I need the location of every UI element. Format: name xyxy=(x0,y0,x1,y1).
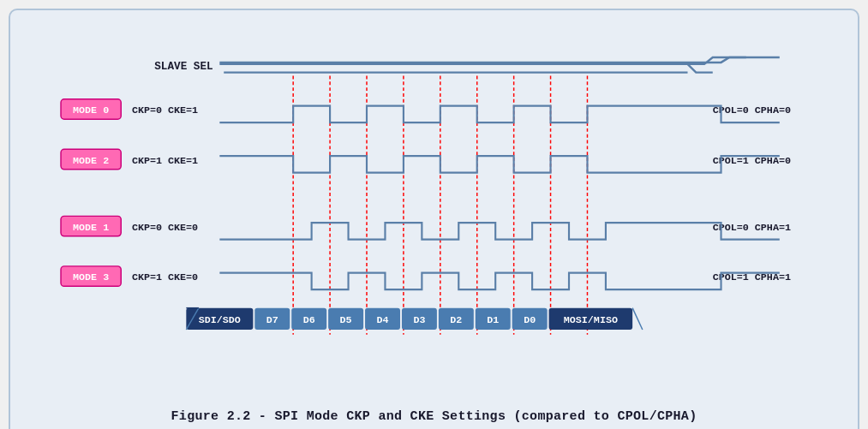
d7-label: D7 xyxy=(266,314,278,326)
mode2-params: CKP=1 CKE=1 xyxy=(132,155,198,167)
d6-label: D6 xyxy=(303,314,315,326)
mode3-badge: MODE 3 xyxy=(73,271,109,283)
mode0-badge: MODE 0 xyxy=(73,104,109,116)
main-container: SLAVE SEL xyxy=(9,9,859,429)
sdi-sdo-label: SDI/SDO xyxy=(199,314,241,326)
diagram-area: SLAVE SEL xyxy=(27,26,841,401)
d1-label: D1 xyxy=(487,314,499,326)
mode2-badge: MODE 2 xyxy=(73,155,109,167)
mode0-right: CPOL=0 CPHA=0 xyxy=(713,104,791,116)
d0-label: D0 xyxy=(524,314,536,326)
mode0-params: CKP=0 CKE=1 xyxy=(132,104,198,116)
mode3-params: CKP=1 CKE=0 xyxy=(132,271,198,283)
d5-label: D5 xyxy=(340,314,352,326)
d2-label: D2 xyxy=(450,314,462,326)
d3-label: D3 xyxy=(413,314,425,326)
figure-caption: Figure 2.2 - SPI Mode CKP and CKE Settin… xyxy=(27,409,841,424)
mode1-right: CPOL=0 CPHA=1 xyxy=(713,222,791,234)
svg-line-26 xyxy=(632,308,643,330)
mosi-miso-label: MOSI/MISO xyxy=(564,314,618,326)
d4-label: D4 xyxy=(377,314,389,326)
mode1-params: CKP=0 CKE=0 xyxy=(132,222,198,234)
slave-sel-label: SLAVE SEL xyxy=(154,60,213,73)
mode1-badge: MODE 1 xyxy=(73,222,109,234)
